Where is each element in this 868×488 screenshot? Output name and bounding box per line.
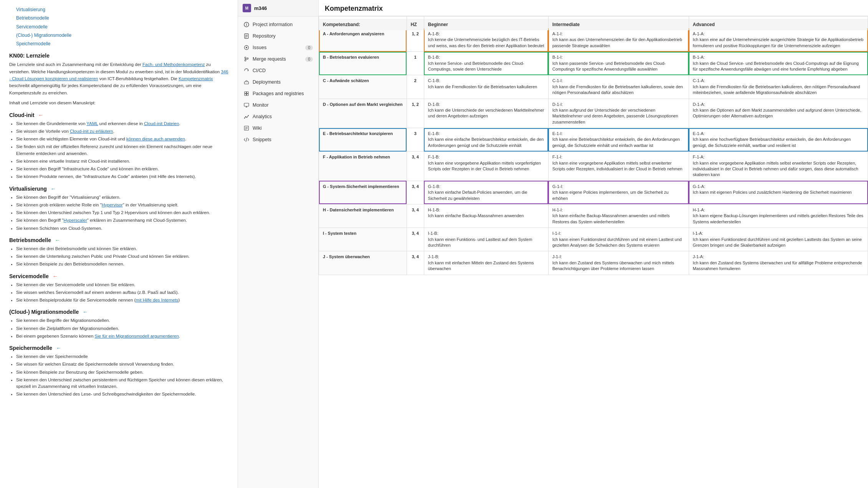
toc-migrationsmodelle[interactable]: (Cloud-) Migrationsmodelle — [16, 33, 71, 38]
section-title-betriebsmodelle: Betriebsmodelle ← — [9, 237, 228, 243]
table-row: C - Aufwände schätzen 2 C-1-B:Ich kann d… — [319, 75, 868, 99]
beginner-cell: E-1-B:Ich kann eine einfache Betriebsarc… — [424, 128, 548, 152]
toc-betriebsmodelle[interactable]: Betriebsmodelle — [16, 15, 49, 21]
list-item: Sie kennen den Unterschied zwischen pers… — [16, 377, 228, 390]
beginner-cell: B-1-B:Ich kenne Service- und Betriebsmod… — [424, 52, 548, 75]
arrow-migrationsmodelle: ← — [83, 309, 88, 315]
matrix-title: Kompetenzmatrix — [319, 0, 868, 16]
link-hypervisor[interactable]: Hypervisor — [102, 203, 123, 207]
table-row: D - Optionen auf dem Markt vergleichen 1… — [319, 99, 868, 128]
list-item: Sie können Produkte nennen, die "Infrast… — [16, 173, 228, 180]
svg-point-25 — [248, 115, 249, 116]
document-panel: Virtualisierung Betriebsmodelle Servicem… — [0, 0, 238, 488]
hz-cell: 1 — [407, 52, 424, 75]
sidebar-header: M m346 — [238, 0, 318, 16]
link-cloudinit-dateien[interactable]: Cloud-init Dateien — [144, 121, 179, 126]
sidebar-item-monitor[interactable]: Monitor — [238, 99, 318, 111]
sidebar-item-snippets[interactable]: Snippets — [238, 134, 318, 145]
toc-virtualisierung[interactable]: Virtualisierung — [16, 7, 45, 12]
intermediate-cell: D-1-I:Ich kann aufgrund der Unterschiede… — [548, 99, 689, 128]
list-item: Sie finden sich mit der offiziellen Refe… — [16, 143, 228, 157]
link-yaml[interactable]: YAML — [86, 121, 98, 126]
list-item: Sie kennen die Unterteilung zwischen Pub… — [16, 253, 228, 260]
list-item: Sie können eine virtuelle Instanz mit Cl… — [16, 158, 228, 165]
table-row: G - System-Sicherheit implementieren 3, … — [319, 181, 868, 204]
sidebar-item-packages[interactable]: Packages and registries — [238, 88, 318, 99]
col-header-advanced: Advanced — [689, 18, 868, 30]
section-title-migrationsmodelle: (Cloud-) Migrationsmodelle ← — [9, 309, 228, 315]
deploy-icon — [243, 79, 250, 85]
sidebar-item-label: CI/CD — [253, 68, 266, 73]
svg-point-8 — [246, 47, 247, 48]
list-item: Sie können grob erklären welche Rolle ei… — [16, 202, 228, 208]
sidebar-item-label: Repository — [253, 33, 276, 39]
hz-cell: 2 — [407, 75, 424, 99]
sidebar-item-label: Issues — [253, 45, 266, 50]
list-item: Sie können den Begriff "Hyperscaler" erk… — [16, 217, 228, 224]
cloudinit-list: Sie kennen die Grundelemente von YAML un… — [16, 120, 228, 180]
repo-icon — [243, 33, 250, 39]
table-row: I - System testen 3, 4 I-1-B:Ich kann ei… — [319, 228, 868, 251]
link-cloudinit-anwenden[interactable]: können diese auch anwenden — [126, 137, 185, 141]
list-item: Sie kennen die Grundelemente von YAML un… — [16, 120, 228, 127]
merge-badge: 0 — [305, 57, 313, 62]
band-cell: B - Betriebsarten evaluieren — [319, 52, 407, 75]
col-header-beginner: Beginner — [424, 18, 548, 30]
sidebar-item-label: Snippets — [253, 137, 271, 142]
speichermodelle-list: Sie kennen die vier Speichermodelle Sie … — [16, 353, 228, 398]
table-row: A - Anforderungen analysieren 1, 2 A-1-B… — [319, 28, 868, 52]
arrow-virtualisierung: ← — [51, 186, 56, 192]
intermediate-cell: A-1-I:Ich kann aus den Unternehmensziele… — [548, 28, 689, 52]
svg-rect-1 — [246, 24, 246, 26]
band-cell: C - Aufwände schätzen — [319, 75, 407, 99]
band-cell: G - System-Sicherheit implementieren — [319, 181, 407, 204]
sidebar-item-merge-requests[interactable]: Merge requests 0 — [238, 53, 318, 65]
sidebar-item-project-information[interactable]: Project information — [238, 19, 318, 30]
svg-point-22 — [244, 118, 245, 119]
svg-rect-17 — [245, 94, 246, 96]
link-cloudinit-vorteile[interactable]: Cloud-init zu erläutern — [70, 129, 113, 134]
link-servicemodelle-internet[interactable]: mit Hilfe des Internets — [136, 298, 178, 302]
kn00-subtext: Inhalt und Lernziele von diesem Manuskri… — [9, 99, 228, 106]
migrationsmodelle-list: Sie kennen die Begriffe der Migrationsmo… — [16, 317, 228, 340]
list-item: Sie können Beispielprodukte für die Serv… — [16, 297, 228, 303]
list-item: Sie wissen für welchen Einsatz die Speic… — [16, 361, 228, 368]
sidebar-item-issues[interactable]: Issues 0 — [238, 42, 318, 53]
svg-rect-18 — [247, 94, 249, 96]
toc-servicemodelle[interactable]: Servicemodelle — [16, 24, 48, 30]
svg-rect-19 — [244, 103, 249, 106]
link-hyperscaler[interactable]: Hyperscaler — [63, 218, 87, 223]
link-migrationsmodell[interactable]: Sie für ein Migrationsmodell argumentier… — [95, 334, 179, 338]
gitlab-sidebar: M m346 Project information — [238, 0, 319, 488]
table-row: H - Datensicherheit implementieren 3, 4 … — [319, 204, 868, 228]
table-row: J - System überwachen 3, 4 J-1-B:Ich kan… — [319, 251, 868, 275]
link-fach[interactable]: Fach- und Methodenkompetenz — [142, 62, 205, 67]
analytics-icon — [243, 114, 250, 120]
intermediate-cell: B-1-I:Ich kann passende Service- und Bet… — [548, 52, 689, 75]
section-title-speichermodelle: Speichermodelle ← — [9, 345, 228, 351]
list-item: Sie kennen die Zielplattform der Migrati… — [16, 325, 228, 332]
sidebar-item-analytics[interactable]: Analytics — [238, 111, 318, 122]
advanced-cell: B-1-A:Ich kann die Cloud Service- und Be… — [689, 52, 868, 75]
list-item: Sie kennen die vier Speichermodelle — [16, 353, 228, 360]
intermediate-cell: J-1-I:Ich kann den Zustand des Systems ü… — [548, 251, 689, 275]
hz-cell: 3, 4 — [407, 152, 424, 181]
list-item: Sie wissen die Vorteile von Cloud-init z… — [16, 128, 228, 135]
sidebar-item-wiki[interactable]: Wiki — [238, 122, 318, 134]
sidebar-item-deployments[interactable]: Deployments — [238, 76, 318, 88]
hz-cell: 1, 2 — [407, 28, 424, 52]
sidebar-item-cicd[interactable]: CI/CD — [238, 65, 318, 76]
arrow-cloudinit: ← — [38, 112, 43, 118]
project-name: m346 — [254, 5, 267, 11]
packages-icon — [243, 91, 250, 97]
link-kompetenzmatrix[interactable]: Kompetenzmatrix — [179, 76, 213, 81]
list-item: Bei einem gegebenen Szenario können Sie … — [16, 333, 228, 340]
hz-cell: 3, 4 — [407, 181, 424, 204]
hz-cell: 3, 4 — [407, 228, 424, 251]
band-cell: E - Betriebsarchitektur konzipieren — [319, 128, 407, 152]
svg-point-23 — [245, 116, 246, 117]
sidebar-item-repository[interactable]: Repository — [238, 30, 318, 42]
toc-speichermodelle[interactable]: Speichermodelle — [16, 41, 50, 46]
band-cell: I - System testen — [319, 228, 407, 251]
advanced-cell: C-1-A:Ich kann die Fremdkosten für die B… — [689, 75, 868, 99]
